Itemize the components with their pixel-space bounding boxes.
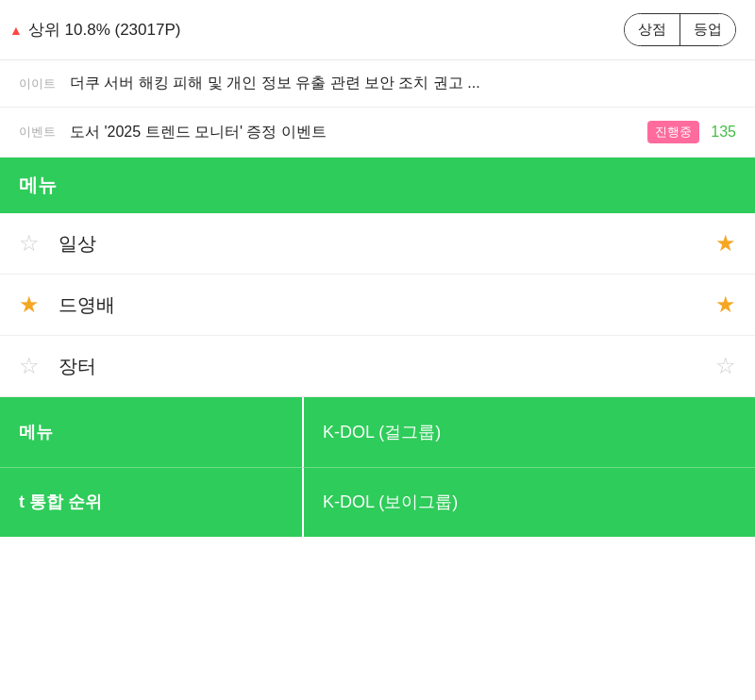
menu-item[interactable]: ☆ 일상 ★ xyxy=(0,213,755,275)
shop-button[interactable]: 상점 xyxy=(625,14,680,45)
bottom-right-item[interactable]: K-DOL (보이그룹) xyxy=(302,468,755,538)
top-bar: ▲ 상위 10.8% (23017P) 상점 등업 xyxy=(0,0,755,60)
notice-label: 이이트 xyxy=(19,75,57,92)
left-star-icon[interactable]: ☆ xyxy=(19,230,40,257)
menu-item-left: ☆ 장터 xyxy=(19,353,96,379)
menu-item[interactable]: ☆ 장터 ☆ xyxy=(0,336,755,397)
menu-item-label: 드영배 xyxy=(59,292,115,318)
bottom-left-text: t 통합 순위 xyxy=(19,491,102,513)
notice-row[interactable]: 이이트 더쿠 서버 해킹 피해 및 개인 정보 유출 관련 보안 조치 권고 .… xyxy=(0,60,755,108)
bottom-left-item[interactable]: t 통합 순위 xyxy=(0,468,302,538)
bottom-section: 메뉴t 통합 순위 K-DOL (걸그룹)K-DOL (보이그룹) xyxy=(0,397,755,537)
menu-list: ☆ 일상 ★ ★ 드영배 ★ ☆ 장터 ☆ xyxy=(0,213,755,397)
bottom-left-item[interactable]: 메뉴 xyxy=(0,397,302,468)
event-row[interactable]: 이벤트 도서 '2025 트렌드 모니터' 증정 이벤트 진행중 135 xyxy=(0,108,755,158)
right-star-icon[interactable]: ☆ xyxy=(715,353,736,379)
rank-arrow-icon: ▲ xyxy=(9,23,23,38)
bottom-right-panel: K-DOL (걸그룹)K-DOL (보이그룹) xyxy=(302,397,755,537)
menu-item-label: 일상 xyxy=(59,231,96,257)
action-buttons: 상점 등업 xyxy=(624,13,736,46)
right-star-icon[interactable]: ★ xyxy=(715,292,736,318)
menu-item-left: ☆ 일상 xyxy=(19,230,96,257)
left-star-icon[interactable]: ★ xyxy=(19,292,40,318)
event-count: 135 xyxy=(711,124,736,141)
menu-item-label: 장터 xyxy=(59,354,96,379)
bottom-right-item[interactable]: K-DOL (걸그룹) xyxy=(302,397,755,468)
rank-section: ▲ 상위 10.8% (23017P) xyxy=(9,19,180,41)
notice-text: 더쿠 서버 해킹 피해 및 개인 정보 유출 관련 보안 조치 권고 ... xyxy=(70,74,736,93)
grade-button[interactable]: 등업 xyxy=(680,14,735,45)
event-text: 도서 '2025 트렌드 모니터' 증정 이벤트 xyxy=(70,123,640,142)
bottom-right-text: K-DOL (보이그룹) xyxy=(323,491,458,513)
event-badge: 진행중 xyxy=(647,121,699,143)
menu-item[interactable]: ★ 드영배 ★ xyxy=(0,275,755,336)
event-label: 이벤트 xyxy=(19,124,57,141)
bottom-right-text: K-DOL (걸그룹) xyxy=(323,421,441,443)
menu-section-title: 메뉴 xyxy=(19,175,57,195)
menu-section-header: 메뉴 xyxy=(0,158,755,213)
rank-text: 상위 10.8% (23017P) xyxy=(28,19,181,41)
left-star-icon[interactable]: ☆ xyxy=(19,353,40,379)
bottom-left-panel: 메뉴t 통합 순위 xyxy=(0,397,302,537)
menu-item-left: ★ 드영배 xyxy=(19,292,115,318)
right-star-icon[interactable]: ★ xyxy=(715,230,736,257)
bottom-left-text: 메뉴 xyxy=(19,421,53,443)
